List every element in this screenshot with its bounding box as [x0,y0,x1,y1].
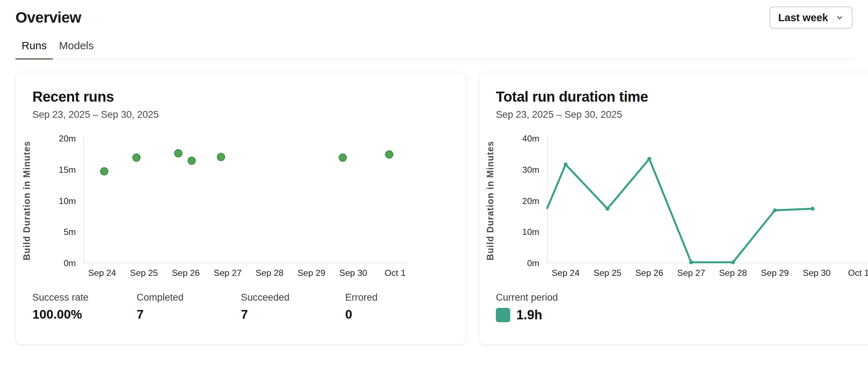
stat-succeeded: Succeeded 7 [241,292,345,321]
svg-text:Sep 24: Sep 24 [88,268,116,278]
svg-text:Sep 26: Sep 26 [635,268,663,278]
svg-text:Build Duration in Minutes: Build Duration in Minutes [486,141,495,261]
stat-label: Completed [137,292,241,303]
svg-text:Oct 1: Oct 1 [848,268,868,278]
page-header: Overview Last week [15,0,853,27]
stat-success-rate: Success rate 100.00% [32,292,137,321]
build-duration-line-plot: 0m10m20m30m40mSep 24Sep 25Sep 26Sep 27Se… [486,130,868,282]
svg-text:Sep 30: Sep 30 [339,268,367,278]
stat-value: 7 [137,307,241,321]
svg-text:Sep 27: Sep 27 [677,268,705,278]
svg-text:Sep 26: Sep 26 [172,268,200,278]
build-duration-scatter-plot: 0m5m10m15m20mSep 24Sep 25Sep 26Sep 27Sep… [23,130,417,282]
total-duration-title: Total run duration time [496,88,868,105]
tab-bar: Runs Models [15,37,853,60]
cards-row: Recent runs Sep 23, 2025 – Sep 30, 2025 … [15,72,853,345]
stat-label: Succeeded [241,292,345,303]
current-period-swatch [496,308,510,322]
svg-text:30m: 30m [522,165,539,175]
svg-text:20m: 20m [522,196,539,206]
chevron-down-icon [835,13,844,22]
total-duration-card: Total run duration time Sep 23, 2025 – S… [479,72,868,345]
stat-errored: Errored 0 [345,292,449,321]
svg-text:0m: 0m [64,258,76,268]
stat-label: Errored [345,292,449,303]
svg-text:Sep 29: Sep 29 [761,268,789,278]
recent-runs-card: Recent runs Sep 23, 2025 – Sep 30, 2025 … [15,72,466,345]
legend-value: 1.9h [516,307,542,323]
svg-text:Sep 25: Sep 25 [130,268,158,278]
legend-label: Current period [496,292,868,303]
stat-completed: Completed 7 [137,292,241,321]
recent-runs-date-range: Sep 23, 2025 – Sep 30, 2025 [32,109,449,120]
period-selector[interactable]: Last week [769,6,853,29]
svg-text:5m: 5m [64,227,76,237]
run-stats: Success rate 100.00% Completed 7 Succeed… [32,292,449,321]
svg-text:Sep 25: Sep 25 [594,268,622,278]
total-duration-chart: 0m10m20m30m40mSep 24Sep 25Sep 26Sep 27Se… [486,130,868,282]
svg-text:0m: 0m [527,258,539,268]
tab-models[interactable]: Models [53,37,100,60]
svg-text:Sep 28: Sep 28 [256,268,284,278]
svg-text:10m: 10m [59,196,76,206]
total-duration-date-range: Sep 23, 2025 – Sep 30, 2025 [496,109,868,120]
stat-label: Success rate [32,292,137,303]
stat-value: 7 [241,307,345,321]
overview-page: Overview Last week Runs Models Recent ru… [0,0,868,345]
stat-value: 100.00% [32,307,137,321]
recent-runs-title: Recent runs [32,88,449,105]
svg-text:15m: 15m [59,165,76,175]
page-title: Overview [15,9,81,26]
svg-text:Sep 29: Sep 29 [297,268,325,278]
svg-text:Sep 30: Sep 30 [803,268,831,278]
svg-text:Sep 24: Sep 24 [552,268,580,278]
svg-text:10m: 10m [522,227,539,237]
tab-runs[interactable]: Runs [15,37,53,60]
svg-text:40m: 40m [522,134,539,143]
period-selector-label: Last week [778,12,828,24]
svg-text:Sep 27: Sep 27 [214,268,242,278]
svg-text:Build Duration in Minutes: Build Duration in Minutes [23,141,32,261]
svg-text:Oct 1: Oct 1 [385,268,406,278]
svg-text:Sep 28: Sep 28 [719,268,747,278]
stat-value: 0 [345,307,449,321]
recent-runs-chart: 0m5m10m15m20mSep 24Sep 25Sep 26Sep 27Sep… [23,130,449,282]
svg-text:20m: 20m [59,134,76,143]
legend-row: 1.9h [496,307,868,323]
